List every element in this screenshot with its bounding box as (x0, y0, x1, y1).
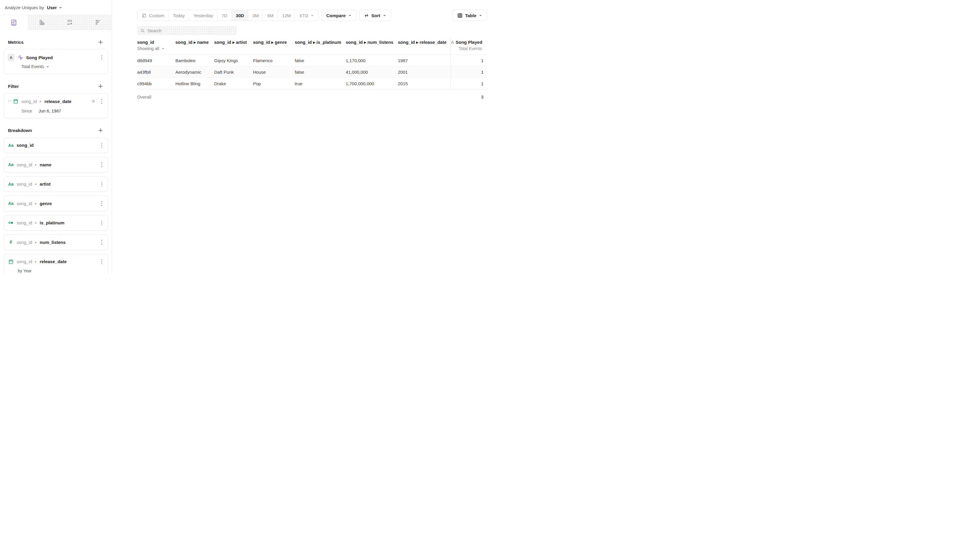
date-tab-6m[interactable]: 6M (263, 10, 278, 21)
analyze-header[interactable]: Analyze Uniques by User (0, 0, 112, 15)
table-row[interactable]: a43fb8 Aerodynamic Daft Punk House false… (137, 66, 487, 78)
add-filter-button[interactable] (97, 83, 104, 89)
breakdown-more-button[interactable] (100, 181, 104, 188)
metric-card[interactable]: A Song Played Total Events (4, 49, 108, 74)
date-tab-12m[interactable]: 12M (278, 10, 295, 21)
table-row[interactable]: c994bb Hotline Bling Drake Pop true 1,70… (137, 78, 487, 89)
cell-metric-value: 1 (450, 78, 487, 89)
date-tab-7d[interactable]: 7D (217, 10, 231, 21)
date-tab-label: 7D (221, 13, 227, 18)
breakdown-more-button[interactable] (100, 219, 104, 227)
chevron-down-icon (479, 14, 482, 17)
caret-right-icon: ▸ (40, 100, 42, 103)
filter-more-button[interactable] (100, 98, 104, 105)
cell-song-id: a43fb8 (137, 66, 175, 78)
metric-aggregation-value: Total Events (21, 64, 44, 69)
table-row[interactable]: d8d949 Bamboleo Gipsy Kings Flamenco fal… (137, 55, 487, 66)
column-header-song-id[interactable]: song_id (137, 38, 175, 45)
metric-more-button[interactable] (100, 54, 104, 61)
breakdown-more-button[interactable] (100, 239, 104, 246)
compare-button[interactable]: Compare (321, 10, 356, 21)
analyze-entity-value[interactable]: User (47, 5, 57, 10)
chevron-down-icon (348, 14, 352, 17)
plus-icon (98, 84, 103, 89)
date-tab-custom[interactable]: Custom (137, 10, 169, 21)
breakdown-more-button[interactable] (100, 142, 104, 149)
cell-genre: Flamenco (253, 55, 295, 66)
cell-artist: Gipsy Kings (214, 55, 253, 66)
date-tab-label: Custom (149, 13, 164, 18)
cell-artist: Daft Punk (214, 66, 253, 78)
viz-tab-bar-chart[interactable] (28, 15, 56, 30)
cell-num-listens: 41,000,000 (346, 66, 398, 78)
column-header-release-date[interactable]: song_id ▸ release_date (398, 38, 450, 45)
date-tab-today[interactable]: Today (169, 10, 189, 21)
breakdown-card-artist[interactable]: Aa song_id ▸ artist (4, 176, 108, 192)
add-metric-button[interactable] (97, 39, 104, 45)
column-header-is-platinum[interactable]: song_id ▸ is_platinum (295, 38, 346, 45)
filter-section-header: Filter (8, 83, 104, 89)
breakdown-label: is_platinum (40, 220, 64, 225)
column-header-genre[interactable]: song_id ▸ genre (253, 38, 295, 45)
cell-is-platinum: false (295, 55, 346, 66)
breakdown-more-button[interactable] (100, 258, 104, 265)
cell-song-id: d8d949 (137, 55, 175, 66)
breakdown-card-genre[interactable]: Aa song_id ▸ genre (4, 196, 108, 211)
search-input[interactable] (148, 28, 234, 33)
chevron-down-icon (59, 6, 62, 10)
breakdown-section-header: Breakdown (8, 127, 104, 134)
metric-aggregation-selector[interactable]: Total Events (21, 64, 104, 69)
viz-tab-metrics[interactable] (84, 15, 112, 30)
column-header-name[interactable]: song_id ▸ name (175, 38, 214, 45)
add-breakdown-button[interactable] (97, 127, 104, 134)
breakdown-prefix: song_id (17, 201, 32, 206)
filter-card[interactable]: song_id ▸ release_date Since Jun 6, 1987 (4, 93, 108, 118)
showing-all-selector[interactable]: Showing all (137, 45, 175, 54)
breakdown-card-song-id[interactable]: Aa song_id (4, 138, 108, 153)
drag-handle-icon[interactable] (8, 100, 11, 102)
date-tab-label: 6M (267, 13, 274, 18)
plus-icon (98, 40, 103, 45)
plus-icon (98, 128, 103, 133)
date-tab-3m[interactable]: 3M (248, 10, 263, 21)
cell-metric-value: 1 (450, 55, 487, 66)
caret-right-icon: ▸ (35, 163, 37, 166)
breakdown-card-release-date[interactable]: song_id ▸ release_date by Year (4, 254, 108, 274)
breakdown-card-num-listens[interactable]: # song_id ▸ num_listens (4, 235, 108, 250)
column-header-metric[interactable]: ASong Played (450, 38, 487, 45)
date-tab-30d[interactable]: 30D (231, 10, 248, 21)
column-header-artist[interactable]: song_id ▸ artist (214, 38, 253, 45)
metrics-section-header: Metrics (8, 39, 104, 45)
compare-label: Compare (326, 13, 345, 18)
column-header-num-listens[interactable]: song_id ▸ num_listens (346, 38, 398, 45)
date-property-icon (8, 259, 14, 265)
filter-operator[interactable]: Since (21, 109, 32, 113)
viz-tab-flow[interactable] (56, 15, 84, 30)
viz-tab-line-chart[interactable] (0, 15, 28, 30)
date-tab-label: Today (173, 13, 185, 18)
breakdown-card-is-platinum[interactable]: song_id ▸ is_platinum (4, 215, 108, 231)
cell-name: Aerodynamic (175, 66, 214, 78)
breakdown-bucket-selector[interactable]: by Year (18, 268, 104, 273)
breakdown-label: genre (40, 201, 52, 206)
metric-name: Song Played (456, 40, 482, 45)
breakdown-more-button[interactable] (100, 200, 104, 207)
cell-genre: Pop (253, 78, 295, 89)
chevron-down-icon (161, 47, 165, 50)
date-tab-yesterday[interactable]: Yesterday (189, 10, 217, 21)
table-search[interactable] (137, 26, 237, 35)
breakdown-prefix: song_id (17, 259, 32, 264)
date-tab-xtd[interactable]: XTD (295, 10, 318, 21)
breakdown-label: num_listens (40, 240, 66, 245)
sort-button[interactable]: Sort (360, 10, 391, 21)
showing-all-label: Showing all (137, 46, 159, 51)
view-type-button[interactable]: Table (452, 10, 487, 21)
report-main: Custom Today Yesterday 7D 30D 3M 6M 12M … (112, 0, 490, 274)
filter-value[interactable]: Jun 6, 1987 (38, 109, 61, 113)
breakdown-card-name[interactable]: Aa song_id ▸ name (4, 157, 108, 173)
breakdown-label: artist (40, 181, 51, 187)
breakdown-label: song_id (17, 143, 34, 148)
breakdown-more-button[interactable] (100, 161, 104, 168)
calendar-icon (142, 13, 146, 18)
remove-filter-button[interactable] (91, 98, 96, 104)
